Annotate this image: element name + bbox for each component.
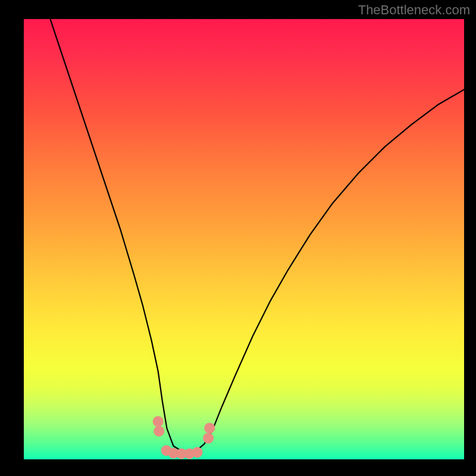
- highlight-marker: [203, 433, 214, 443]
- highlight-marker: [204, 422, 215, 433]
- highlight-marker-group: [153, 416, 215, 459]
- plot-area: [24, 19, 464, 459]
- highlight-marker: [192, 447, 203, 458]
- bottleneck-curve: [50, 19, 464, 453]
- highlight-marker: [153, 416, 164, 427]
- highlight-marker: [154, 426, 164, 437]
- watermark-text: TheBottleneck.com: [358, 2, 470, 18]
- curve-layer: [24, 19, 464, 459]
- chart-frame: TheBottleneck.com: [0, 0, 476, 476]
